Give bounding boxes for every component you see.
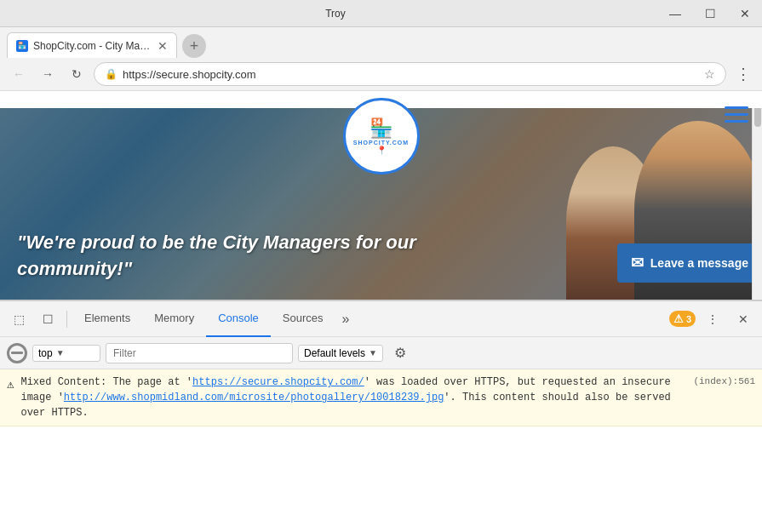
tab-sources-label: Sources — [283, 312, 324, 324]
tab-elements-label: Elements — [84, 312, 130, 324]
tab-bar: 🏪 ShopCity.com - City Man… ✕ + — [0, 27, 762, 58]
logo-text: SHOPCITY.COM — [353, 140, 409, 146]
page-scrollbar[interactable] — [752, 91, 762, 300]
address-bar-row: ← → ↻ 🔒 https://secure.shopcity.com ☆ ⋮ — [0, 58, 762, 90]
live-chat-label: Leave a message — [650, 256, 748, 270]
levels-label: Default levels — [304, 347, 365, 359]
logo-pin-icon: 📍 — [376, 146, 387, 155]
tab-console[interactable]: Console — [206, 301, 271, 337]
filter-input[interactable] — [106, 343, 293, 363]
warning-count: 3 — [686, 314, 691, 324]
titlebar-user: Troy — [325, 8, 346, 20]
levels-selector[interactable]: Default levels ▼ — [298, 345, 383, 362]
devtools-toolbar: ⬚ ☐ Elements Memory Console Sources » ⚠ … — [0, 301, 762, 337]
address-bar[interactable]: 🔒 https://secure.shopcity.com ☆ — [94, 62, 726, 86]
device-icon: ☐ — [43, 312, 54, 326]
tab-close-button[interactable]: ✕ — [158, 39, 168, 53]
reload-button[interactable]: ↻ — [65, 62, 89, 86]
console-link-1[interactable]: https://secure.shopcity.com/ — [192, 376, 364, 388]
browser-menu-button[interactable]: ⋮ — [731, 62, 755, 86]
hamburger-line-2 — [725, 113, 748, 116]
tab-favicon: 🏪 — [16, 40, 28, 52]
tab-title: ShopCity.com - City Man… — [33, 40, 152, 52]
bookmark-icon[interactable]: ☆ — [704, 67, 715, 81]
gear-icon: ⚙ — [394, 345, 406, 361]
browser-chrome: 🏪 ShopCity.com - City Man… ✕ + ← → ↻ 🔒 h… — [0, 27, 762, 91]
back-button[interactable]: ← — [7, 62, 31, 86]
forward-button[interactable]: → — [36, 62, 60, 86]
lock-icon: 🔒 — [105, 68, 117, 80]
website-area: 🏪 SHOPCITY.COM 📍 "We're proud to be the … — [0, 91, 762, 300]
devtools-tabs: Elements Memory Console Sources » — [72, 301, 667, 337]
settings-button[interactable]: ⚙ — [388, 341, 412, 365]
more-tabs-button[interactable]: » — [335, 312, 357, 327]
levels-dropdown-icon: ▼ — [369, 348, 377, 358]
titlebar: Troy — ☐ ✕ — [0, 0, 762, 27]
tab-sources[interactable]: Sources — [271, 301, 335, 337]
titlebar-controls: — ☐ ✕ — [664, 5, 755, 22]
live-chat-button[interactable]: ✉ Leave a message — [617, 243, 762, 283]
context-selector[interactable]: top ▼ — [32, 345, 100, 362]
hamburger-line-3 — [725, 120, 748, 123]
console-link-2[interactable]: http://www.shopmidland.com/microsite/pho… — [64, 392, 444, 403]
tab-elements[interactable]: Elements — [72, 301, 142, 337]
active-tab[interactable]: 🏪 ShopCity.com - City Man… ✕ — [7, 32, 177, 58]
url-text: https://secure.shopcity.com — [123, 68, 699, 81]
cursor-icon: ⬚ — [14, 312, 25, 326]
warning-icon: ⚠ — [673, 312, 684, 325]
site-logo: 🏪 SHOPCITY.COM 📍 — [343, 98, 420, 174]
close-button[interactable]: ✕ — [735, 5, 755, 22]
hero-quote: "We're proud to be the City Managers for… — [17, 230, 477, 283]
console-warning-icon: ⚠ — [7, 376, 14, 394]
clear-console-button[interactable] — [7, 343, 27, 363]
element-picker-button[interactable]: ⬚ — [5, 306, 32, 333]
warning-badge: ⚠ 3 — [669, 311, 696, 327]
console-message-text: Mixed Content: The page at 'https://secu… — [20, 375, 686, 420]
tab-memory-label: Memory — [154, 312, 194, 324]
restore-button[interactable]: ☐ — [700, 5, 721, 22]
tab-memory[interactable]: Memory — [142, 301, 206, 337]
minimize-button[interactable]: — — [664, 5, 686, 22]
context-value: top — [38, 347, 53, 359]
console-message-mixed-content: ⚠ Mixed Content: The page at 'https://se… — [0, 369, 762, 426]
site-header: 🏪 SHOPCITY.COM 📍 — [0, 91, 762, 108]
devtools-panel: ⬚ ☐ Elements Memory Console Sources » ⚠ … — [0, 300, 762, 532]
no-entry-icon — [11, 352, 23, 354]
devtools-close-button[interactable]: ✕ — [730, 306, 757, 333]
devtools-right-buttons: ⚠ 3 ⋮ ✕ — [669, 306, 757, 333]
console-output: ⚠ Mixed Content: The page at 'https://se… — [0, 369, 762, 532]
tab-console-label: Console — [218, 312, 259, 324]
chat-icon: ✉ — [631, 254, 644, 272]
new-tab-button[interactable]: + — [182, 34, 206, 58]
hamburger-menu-button[interactable] — [725, 106, 748, 123]
hamburger-line-1 — [725, 106, 748, 109]
toolbar-separator — [66, 311, 67, 328]
logo-icon: 🏪 — [370, 117, 392, 140]
devtools-menu-button[interactable]: ⋮ — [699, 306, 726, 333]
device-mode-button[interactable]: ☐ — [34, 306, 61, 333]
console-controls: top ▼ Default levels ▼ ⚙ — [0, 337, 762, 369]
console-message-location[interactable]: (index):561 — [693, 375, 755, 389]
context-dropdown-icon: ▼ — [56, 348, 65, 358]
